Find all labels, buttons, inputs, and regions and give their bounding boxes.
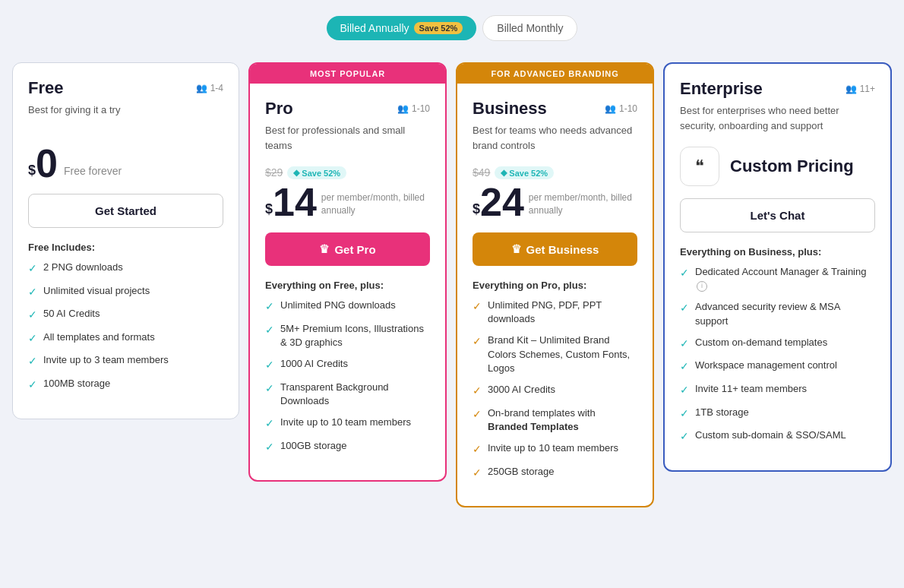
- check-icon: ✓: [28, 354, 37, 369]
- plan-name-business: Business: [473, 99, 547, 119]
- plan-seats-business: 👥 1-10: [605, 103, 637, 114]
- billing-toggle: Billed Annually Save 52% Billed Monthly: [12, 15, 892, 41]
- check-icon: ✓: [473, 466, 482, 481]
- cta-button-business[interactable]: ♛ Get Business: [473, 232, 637, 266]
- plan-header-enterprise: Enterprise 👥 11+: [680, 79, 875, 99]
- plan-banner-business: FOR ADVANCED BRANDING: [457, 64, 653, 84]
- feature-business-1: ✓ Brand Kit – Unlimited Brand Colors Sch…: [473, 334, 637, 375]
- save-badge: Save 52%: [414, 22, 463, 34]
- feature-free-1: ✓ Unlimited visual projects: [28, 284, 223, 300]
- check-icon: ✓: [28, 378, 37, 393]
- check-icon: ✓: [473, 407, 482, 422]
- feature-enterprise-0: ✓ Dedicated Account Manager & Training i: [680, 265, 875, 292]
- feature-free-3: ✓ All templates and formats: [28, 330, 223, 346]
- feature-enterprise-4: ✓ Invite 11+ team members: [680, 382, 875, 398]
- plan-header-business: Business 👥 1-10: [473, 99, 637, 119]
- plan-desc-pro: Best for professionals and small teams: [265, 123, 430, 153]
- price-period-business: per member/month, billed annually: [529, 191, 637, 217]
- check-icon: ✓: [28, 331, 37, 346]
- features-label-business: Everything on Pro, plus:: [473, 280, 637, 291]
- feature-pro-1: ✓ 5M+ Premium Icons, Illustrations & 3D …: [265, 322, 430, 349]
- plan-card-business: FOR ADVANCED BRANDING Business 👥 1-10 Be…: [456, 62, 654, 507]
- feature-business-3: ✓ On-brand templates with Branded Templa…: [473, 406, 637, 434]
- price-save-pro: ◆ Save 52%: [287, 166, 346, 179]
- check-icon: ✓: [680, 359, 689, 375]
- check-icon: ✓: [265, 358, 274, 373]
- check-icon: ✓: [680, 406, 689, 422]
- check-icon: ✓: [473, 299, 482, 315]
- price-free: $ 0 Free forever: [28, 144, 223, 183]
- feature-enterprise-2: ✓ Custom on-demand templates: [680, 336, 875, 352]
- cta-button-free[interactable]: Get Started: [28, 194, 223, 228]
- price-original-row-pro: $29 ◆ Save 52%: [265, 166, 430, 179]
- check-icon: ✓: [680, 337, 689, 352]
- plan-header-free: Free 👥 1-4: [28, 78, 223, 98]
- seats-icon: 👥: [196, 83, 207, 93]
- plan-card-pro: MOST POPULAR Pro 👥 1-10 Best for profess…: [248, 62, 447, 482]
- check-icon: ✓: [680, 301, 689, 316]
- plan-desc-business: Best for teams who needs advanced brand …: [473, 123, 637, 153]
- check-icon: ✓: [680, 383, 689, 398]
- check-icon: ✓: [28, 285, 37, 300]
- info-icon: i: [697, 281, 707, 292]
- check-icon: ✓: [265, 440, 274, 455]
- plan-seats-enterprise: 👥 11+: [846, 84, 875, 94]
- feature-pro-3: ✓ Transparent Background Downloads: [265, 381, 430, 408]
- plan-name-pro: Pro: [265, 99, 293, 119]
- billing-annually-label: Billed Annually: [340, 22, 409, 34]
- plan-card-free: Free 👥 1-4 Best for giving it a try $ 0 …: [12, 62, 239, 419]
- custom-pricing-box: ❝ Custom Pricing: [680, 147, 875, 186]
- feature-pro-0: ✓ Unlimited PNG downloads: [265, 299, 430, 315]
- plan-header-pro: Pro 👥 1-10: [265, 99, 430, 119]
- plan-seats-pro: 👥 1-10: [397, 103, 430, 114]
- feature-pro-5: ✓ 100GB storage: [265, 439, 430, 455]
- check-icon: ✓: [680, 429, 689, 444]
- cta-button-pro[interactable]: ♛ Get Pro: [265, 232, 430, 266]
- price-save-business: ◆ Save 52%: [495, 166, 554, 179]
- seats-icon: 👥: [397, 103, 409, 114]
- check-icon: ✓: [473, 442, 482, 457]
- feature-business-5: ✓ 250GB storage: [473, 465, 637, 481]
- pricing-cards: Free 👥 1-4 Best for giving it a try $ 0 …: [12, 62, 892, 507]
- feature-enterprise-5: ✓ 1TB storage: [680, 406, 875, 422]
- feature-pro-2: ✓ 1000 AI Credits: [265, 357, 430, 373]
- plan-name-enterprise: Enterprise: [680, 79, 763, 99]
- price-original-business: $49: [473, 166, 490, 179]
- seats-icon: 👥: [605, 103, 616, 114]
- feature-enterprise-1: ✓ Advanced security review & MSA support: [680, 300, 875, 327]
- check-icon: ✓: [265, 299, 274, 315]
- plan-desc-enterprise: Best for enterprises who need better sec…: [680, 103, 875, 133]
- feature-business-4: ✓ Invite up to 10 team members: [473, 441, 637, 457]
- custom-pricing-label: Custom Pricing: [730, 156, 854, 176]
- price-amount-free: 0: [36, 144, 58, 183]
- feature-free-0: ✓ 2 PNG downloads: [28, 261, 223, 277]
- plan-banner-pro: MOST POPULAR: [250, 64, 445, 84]
- features-label-pro: Everything on Free, plus:: [265, 280, 430, 291]
- quote-icon: ❝: [680, 147, 719, 186]
- cta-button-enterprise[interactable]: Let's Chat: [680, 198, 875, 232]
- check-icon: ✓: [265, 416, 274, 432]
- features-label-enterprise: Everything on Business, plus:: [680, 246, 875, 258]
- price-original-pro: $29: [265, 166, 283, 179]
- check-icon: ✓: [28, 308, 37, 323]
- feature-free-4: ✓ Invite up to 3 team members: [28, 353, 223, 369]
- check-icon: ✓: [473, 334, 482, 349]
- price-period-free: Free forever: [64, 165, 122, 177]
- plan-card-enterprise: Enterprise 👥 11+ Best for enterprises wh…: [663, 62, 892, 472]
- plan-seats-free: 👥 1-4: [196, 83, 223, 93]
- check-icon: ✓: [28, 261, 37, 277]
- billing-monthly-button[interactable]: Billed Monthly: [482, 15, 577, 41]
- check-icon: ✓: [473, 384, 482, 399]
- feature-pro-4: ✓ Invite up to 10 team members: [265, 416, 430, 432]
- billing-annually-button[interactable]: Billed Annually Save 52%: [327, 16, 477, 40]
- check-icon: ✓: [680, 266, 689, 281]
- plan-name-free: Free: [28, 78, 63, 98]
- price-period-pro: per member/month, billed annually: [321, 191, 430, 217]
- price-amount-business: 24: [480, 182, 524, 222]
- feature-enterprise-3: ✓ Workspace management control: [680, 359, 875, 375]
- seats-icon: 👥: [846, 84, 857, 94]
- feature-free-2: ✓ 50 AI Credits: [28, 307, 223, 323]
- feature-business-2: ✓ 3000 AI Credits: [473, 383, 637, 399]
- price-original-row-business: $49 ◆ Save 52%: [473, 166, 637, 179]
- feature-enterprise-6: ✓ Custom sub-domain & SSO/SAML: [680, 428, 875, 444]
